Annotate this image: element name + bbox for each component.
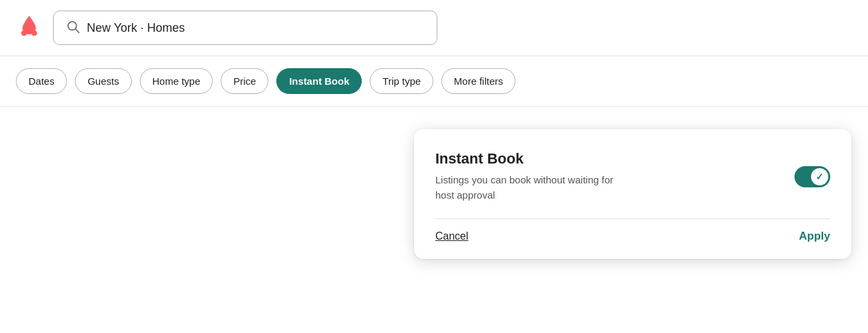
dropdown-actions: Cancel Apply bbox=[435, 230, 830, 243]
search-bar[interactable]: New York · Homes bbox=[53, 11, 437, 45]
apply-button[interactable]: Apply bbox=[799, 230, 830, 243]
filter-btn-trip-type[interactable]: Trip type bbox=[370, 68, 433, 94]
toggle-track[interactable]: ✓ bbox=[794, 166, 830, 187]
checkmark-icon: ✓ bbox=[816, 171, 824, 182]
filter-btn-guests[interactable]: Guests bbox=[75, 68, 132, 94]
search-icon bbox=[66, 19, 80, 36]
dropdown-description: Listings you can book without waiting fo… bbox=[435, 173, 613, 203]
dropdown-top: Instant Book Listings you can book witho… bbox=[435, 150, 830, 203]
filter-btn-instant-book[interactable]: Instant Book bbox=[276, 68, 362, 94]
filter-btn-home-type[interactable]: Home type bbox=[140, 68, 213, 94]
instant-book-toggle[interactable]: ✓ bbox=[794, 166, 830, 187]
dropdown-title: Instant Book bbox=[435, 150, 613, 167]
filter-btn-dates[interactable]: Dates bbox=[16, 68, 67, 94]
svg-line-1 bbox=[76, 29, 79, 32]
toggle-thumb: ✓ bbox=[811, 168, 828, 185]
instant-book-dropdown: Instant Book Listings you can book witho… bbox=[414, 129, 851, 259]
airbnb-logo[interactable] bbox=[16, 13, 42, 42]
filter-btn-more-filters[interactable]: More filters bbox=[441, 68, 515, 94]
header: New York · Homes bbox=[0, 0, 868, 56]
dropdown-divider bbox=[435, 218, 830, 219]
filter-bar: Dates Guests Home type Price Instant Boo… bbox=[0, 56, 868, 107]
dropdown-content: Instant Book Listings you can book witho… bbox=[435, 150, 613, 203]
cancel-button[interactable]: Cancel bbox=[435, 230, 468, 242]
filter-btn-price[interactable]: Price bbox=[221, 68, 268, 94]
search-bar-text: New York · Homes bbox=[87, 21, 185, 35]
